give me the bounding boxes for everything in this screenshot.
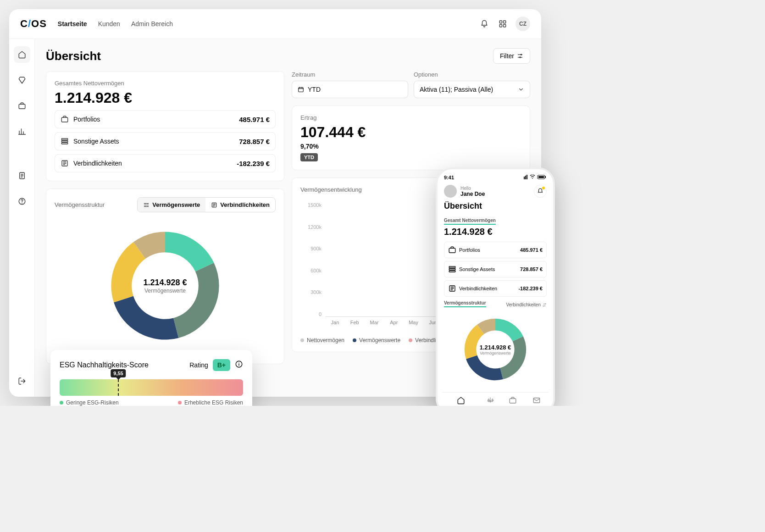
ledger-icon <box>61 159 69 167</box>
phone-tab-postbox[interactable]: Postbox <box>530 396 543 406</box>
briefcase-icon <box>61 115 69 123</box>
y-tick: 0 <box>300 311 322 317</box>
asset-label: Sonstige Assets <box>73 138 234 145</box>
period-label: Zeitraum <box>292 71 408 78</box>
info-icon[interactable] <box>235 360 243 370</box>
esg-rating-badge: B+ <box>213 359 230 371</box>
svg-rect-4 <box>19 104 25 109</box>
x-label: Apr <box>384 320 404 331</box>
bell-icon[interactable] <box>479 18 490 29</box>
swap-icon <box>542 303 547 307</box>
phone-asset-value: 485.971 € <box>520 247 543 253</box>
svg-rect-24 <box>449 248 455 253</box>
phone-asset-row[interactable]: Sonstige Assets728.857 € <box>444 261 547 277</box>
phone-asset-value: 728.857 € <box>520 266 543 272</box>
phone-status-icons <box>524 175 547 181</box>
stack-icon <box>61 137 69 145</box>
svg-rect-11 <box>61 139 68 140</box>
asset-value: 728.857 € <box>239 138 270 145</box>
donut-center-label: Vermögenswerte <box>143 288 187 294</box>
svg-rect-13 <box>61 143 68 144</box>
svg-rect-12 <box>61 141 68 142</box>
sidebar-home[interactable] <box>14 46 30 63</box>
y-tick: 600k <box>300 268 322 273</box>
svg-point-9 <box>520 57 521 58</box>
sidebar-briefcase[interactable] <box>14 98 30 114</box>
ledger-icon <box>211 202 217 208</box>
asset-row[interactable]: Sonstige Assets728.857 € <box>55 132 276 150</box>
x-label: Mar <box>365 320 384 331</box>
phone-asset-label: Verbindlichkeiten <box>459 286 516 291</box>
sidebar-help[interactable] <box>14 193 30 210</box>
svg-rect-26 <box>449 269 455 270</box>
toggle-assets[interactable]: Vermögenswerte <box>138 198 205 212</box>
toggle-liabilities[interactable]: Verbindlichkeiten <box>205 198 275 212</box>
nav-home[interactable]: Startseite <box>58 20 87 28</box>
networth-card: Gesamtes Nettovermögen 1.214.928 € Portf… <box>46 71 284 181</box>
svg-rect-2 <box>499 25 502 27</box>
phone-networth: 1.214.928 € <box>444 227 547 237</box>
desktop-window: C/OS Startseite Kunden Admin Bereich CZ <box>9 9 541 397</box>
logo[interactable]: C/OS <box>20 18 47 30</box>
asset-row[interactable]: Verbindlichkeiten-182.239 € <box>55 154 276 172</box>
yield-label: Ertrag <box>300 114 521 121</box>
sidebar <box>9 39 35 397</box>
asset-label: Portfolios <box>73 116 234 123</box>
phone-tab-portfolio[interactable]: Portfolio <box>506 396 519 406</box>
asset-value: 485.971 € <box>239 116 270 123</box>
networth-label: Gesamtes Nettovermögen <box>55 80 276 87</box>
stack-icon <box>448 265 456 273</box>
svg-point-8 <box>521 54 521 55</box>
phone-section-link[interactable]: Verbindlichkeiten <box>506 302 547 307</box>
svg-rect-27 <box>449 271 455 272</box>
ledger-icon <box>448 284 456 293</box>
filter-button[interactable]: Filter <box>493 48 530 64</box>
phone-title: Übersicht <box>444 201 547 211</box>
phone-tab-balance[interactable]: Bilanz <box>485 396 495 406</box>
apps-icon[interactable] <box>497 18 508 29</box>
nav-admin[interactable]: Admin Bereich <box>131 20 173 28</box>
esg-title: ESG Nachhaltigkeits-Score <box>60 361 185 369</box>
legend-assets: Vermögenswerte <box>353 337 400 344</box>
sidebar-doc[interactable] <box>14 167 30 184</box>
calendar-icon <box>298 86 304 93</box>
y-tick: 1500k <box>300 202 322 208</box>
esg-legend-high: Erhebliche ESG Risiken <box>178 399 243 406</box>
asset-label: Verbindlichkeiten <box>73 160 232 167</box>
svg-rect-20 <box>527 175 527 179</box>
phone-bell-icon[interactable] <box>534 185 547 198</box>
period-select[interactable]: YTD <box>292 81 408 98</box>
sidebar-logout[interactable] <box>14 373 30 389</box>
phone-donut-label: Vermögenswerte <box>480 351 511 355</box>
nav-customers[interactable]: Kunden <box>98 20 120 28</box>
svg-rect-3 <box>504 25 506 27</box>
svg-rect-25 <box>449 266 455 268</box>
asset-value: -182.239 € <box>237 160 270 167</box>
structure-card: Vermögensstruktur Vermögenswerte Verbind… <box>46 188 284 364</box>
yield-pill: YTD <box>300 153 318 161</box>
yield-value: 107.444 € <box>300 124 521 141</box>
chevron-down-icon <box>518 86 524 93</box>
phone-asset-row[interactable]: Verbindlichkeiten-182.239 € <box>444 280 547 297</box>
svg-rect-22 <box>538 176 544 178</box>
phone-frame: 9:41 Hello Jane Doe Übersicht Gesamt Net… <box>436 167 555 406</box>
sidebar-chart[interactable] <box>14 123 30 140</box>
phone-tab-wealth[interactable]: Mein Vermögen <box>448 396 475 406</box>
asset-row[interactable]: Portfolios485.971 € <box>55 110 276 128</box>
esg-marker: 9,55 <box>111 369 126 377</box>
phone-donut-value: 1.214.928 € <box>480 344 511 351</box>
esg-rating-label: Rating <box>189 361 208 369</box>
x-label: May <box>404 320 423 331</box>
svg-rect-10 <box>61 117 68 122</box>
phone-asset-label: Sonstige Assets <box>459 266 517 272</box>
briefcase-icon <box>448 246 456 254</box>
topbar: C/OS Startseite Kunden Admin Bereich CZ <box>9 9 541 39</box>
sidebar-diamond[interactable] <box>14 72 30 89</box>
phone-avatar[interactable] <box>444 185 457 198</box>
svg-point-7 <box>22 203 22 203</box>
phone-asset-row[interactable]: Portfolios485.971 € <box>444 242 547 258</box>
networth-value: 1.214.928 € <box>55 89 276 106</box>
avatar[interactable]: CZ <box>516 17 530 31</box>
svg-rect-19 <box>525 176 526 179</box>
options-select[interactable]: Aktiva (11); Passiva (Alle) <box>414 81 530 98</box>
